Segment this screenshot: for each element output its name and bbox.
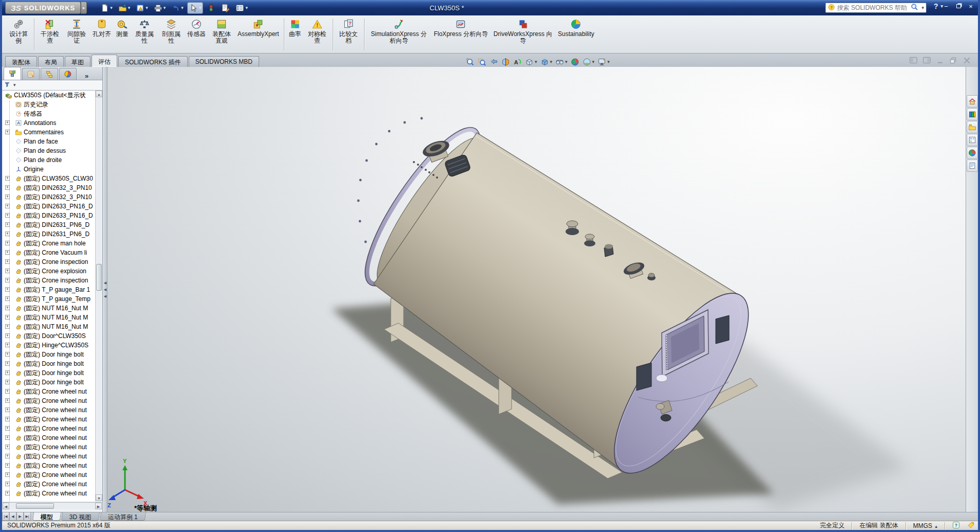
expand-toggle[interactable]: + xyxy=(5,370,10,375)
tree-item[interactable]: Plan de face xyxy=(3,137,95,146)
expand-toggle[interactable]: + xyxy=(5,435,10,440)
tree-item[interactable]: +(固定) Crone wheel nut xyxy=(3,461,95,470)
tree-item[interactable]: +(固定) Crone wheel nut xyxy=(3,442,95,452)
expand-toggle[interactable]: + xyxy=(5,426,10,431)
status-help-button[interactable]: ? xyxy=(952,521,960,530)
tree-item[interactable]: +(固定) Door hinge bolt xyxy=(3,378,95,387)
tree-item[interactable]: Origine xyxy=(3,165,95,174)
scroll-down-arrow[interactable]: ▼ xyxy=(96,494,102,501)
expand-toggle[interactable]: + xyxy=(5,417,10,421)
expand-toggle[interactable]: + xyxy=(5,445,10,449)
tab-布局[interactable]: 布局 xyxy=(38,56,64,67)
tp-explorer-button[interactable] xyxy=(967,121,978,133)
tree-item[interactable]: +(固定) DIN2631_PN6_D xyxy=(3,229,95,239)
tree-item[interactable]: +(固定) Door hinge bolt xyxy=(3,368,95,378)
bottom-tab-运动算例 1[interactable]: 运动算例 1 xyxy=(100,512,146,521)
tree-item[interactable]: +(固定) Door hinge bolt xyxy=(3,350,95,359)
ribbon-floxpress-button[interactable]: FloXpress 分析向导 xyxy=(432,17,490,52)
tree-item[interactable]: +(固定) Crone wheel nut xyxy=(3,396,95,405)
tab-SOLIDWORKS MBD[interactable]: SOLIDWORKS MBD xyxy=(189,56,259,67)
expand-toggle[interactable]: + xyxy=(5,130,10,134)
status-units-selector[interactable]: MMGS ▴ xyxy=(913,522,937,529)
win-close-button[interactable] xyxy=(963,56,972,64)
print-button[interactable]: ▾ xyxy=(152,2,168,14)
expand-toggle[interactable]: + xyxy=(5,352,10,357)
new-doc-button[interactable]: ▾ xyxy=(98,2,115,14)
access-plate-right[interactable] xyxy=(716,315,729,344)
edit-appearance-button[interactable] xyxy=(570,57,580,67)
expand-toggle[interactable]: + xyxy=(5,472,10,477)
hide-show-button[interactable]: ▾ xyxy=(554,57,569,67)
panel-pt-property-tab[interactable] xyxy=(22,68,40,80)
model-tab-nav-1[interactable]: ◀ xyxy=(9,512,16,521)
tree-item[interactable]: +(固定) DIN2632_3_PN10 xyxy=(3,183,95,192)
tree-item[interactable]: +(固定) T_P gauge_Bar 1 xyxy=(3,285,95,294)
search-go-button[interactable] xyxy=(911,3,918,12)
ribbon-design-study-button[interactable]: 设计算例 xyxy=(6,17,31,52)
close-button[interactable]: × xyxy=(966,2,976,11)
panel-pt-feature-tab[interactable] xyxy=(4,67,21,80)
panel-splitter[interactable]: ◀◀◀ xyxy=(103,67,107,512)
open-folder-button[interactable]: ▾ xyxy=(116,2,133,14)
tree-root-item[interactable]: CLW350S (Défaut<显示状 xyxy=(3,91,95,100)
tree-item[interactable]: +(固定) DIN2633_PN16_D xyxy=(3,211,95,220)
ribbon-curvature-button[interactable]: 曲率 xyxy=(287,17,303,52)
expand-toggle[interactable]: + xyxy=(5,454,10,458)
zoom-area-button[interactable] xyxy=(477,57,487,67)
tree-item[interactable]: +(固定) CLW350S_CLW30 xyxy=(3,174,95,183)
tree-item[interactable]: +(固定) NUT M16_Nut M xyxy=(3,304,95,313)
ribbon-mass-props-button[interactable]: 质量属性 xyxy=(132,17,157,52)
tree-item[interactable]: +(固定) Door^CLW350S xyxy=(3,331,95,341)
expand-toggle[interactable]: + xyxy=(5,398,10,403)
expand-toggle[interactable]: + xyxy=(5,324,10,329)
tree-item[interactable]: +(固定) Crone explosion xyxy=(3,267,95,276)
graphics-viewport[interactable]: Y X Z *等轴测 xyxy=(107,67,978,512)
win-restore-button[interactable] xyxy=(949,56,958,64)
expand-toggle[interactable]: + xyxy=(5,380,10,384)
previous-view-button[interactable] xyxy=(488,57,499,67)
menu-expand-button[interactable]: ▸ xyxy=(81,2,87,14)
apply-scene-button[interactable]: ▾ xyxy=(582,57,596,67)
ribbon-assemblyxpert-button[interactable]: AssemblyXpert xyxy=(235,17,281,52)
expand-toggle[interactable]: + xyxy=(5,491,10,495)
ribbon-simulationxpress-button[interactable]: SimulationXpress 分析向导 xyxy=(367,17,431,52)
expand-toggle[interactable]: + xyxy=(5,194,10,199)
expand-toggle[interactable]: + xyxy=(5,315,10,320)
tree-item[interactable]: 历史记录 xyxy=(3,100,95,109)
expand-toggle[interactable]: + xyxy=(5,232,10,236)
ribbon-measure-button[interactable]: 测量 xyxy=(114,17,131,52)
ribbon-sustainability-button[interactable]: Sustainability xyxy=(556,17,596,52)
annotation-view-button[interactable]: A xyxy=(512,57,523,67)
model-tab-nav-3[interactable]: ▶| xyxy=(24,512,31,521)
display-style-button[interactable]: ▾ xyxy=(539,57,554,67)
tab-草图[interactable]: 草图 xyxy=(65,56,90,67)
tab-评估[interactable]: 评估 xyxy=(92,55,117,67)
expand-toggle[interactable]: + xyxy=(5,407,10,412)
model-tab-nav-0[interactable]: |◀ xyxy=(2,512,9,521)
tree-item[interactable]: +(固定) Crone wheel nut xyxy=(3,452,95,461)
tp-palette-button[interactable] xyxy=(967,134,978,146)
expand-toggle[interactable]: + xyxy=(5,278,10,282)
panel-pt-display-tab[interactable] xyxy=(59,68,77,80)
panel-tab-overflow[interactable]: » xyxy=(85,72,88,80)
expand-toggle[interactable]: + xyxy=(5,361,10,366)
ribbon-symmetry-button[interactable]: !对称检查 xyxy=(304,17,330,52)
expand-toggle[interactable]: + xyxy=(5,250,10,255)
tp-appearance-button[interactable] xyxy=(967,147,978,159)
minimize-button[interactable]: − xyxy=(941,2,951,11)
file-properties-button[interactable] xyxy=(219,2,232,14)
filter-dropdown[interactable]: ▾ xyxy=(13,83,16,87)
tree-item[interactable]: +(固定) Door hinge bolt xyxy=(3,359,95,368)
panel-pt-config-tab[interactable] xyxy=(41,68,58,80)
ribbon-assembly-visual-button[interactable]: 装配体直观 xyxy=(209,17,234,52)
tree-vertical-scrollbar[interactable]: ▲ ▼ xyxy=(95,91,102,501)
search-box[interactable]: ? 搜索 SOLIDWORKS 帮助 ▾ xyxy=(825,3,927,13)
tree-item[interactable]: +(固定) Crone wheel nut xyxy=(3,405,95,415)
restore-button[interactable] xyxy=(953,2,964,11)
ribbon-interference-button[interactable]: 干涉检查 xyxy=(37,17,63,52)
tree-item[interactable]: +AAnnotations xyxy=(3,118,95,128)
tab-SOLIDWORKS 插件[interactable]: SOLIDWORKS 插件 xyxy=(118,56,188,67)
scroll-thumb-horizontal[interactable] xyxy=(16,503,54,509)
tree-item[interactable]: +(固定) Crone wheel nut xyxy=(3,387,95,396)
win-min-button[interactable] xyxy=(936,56,945,64)
